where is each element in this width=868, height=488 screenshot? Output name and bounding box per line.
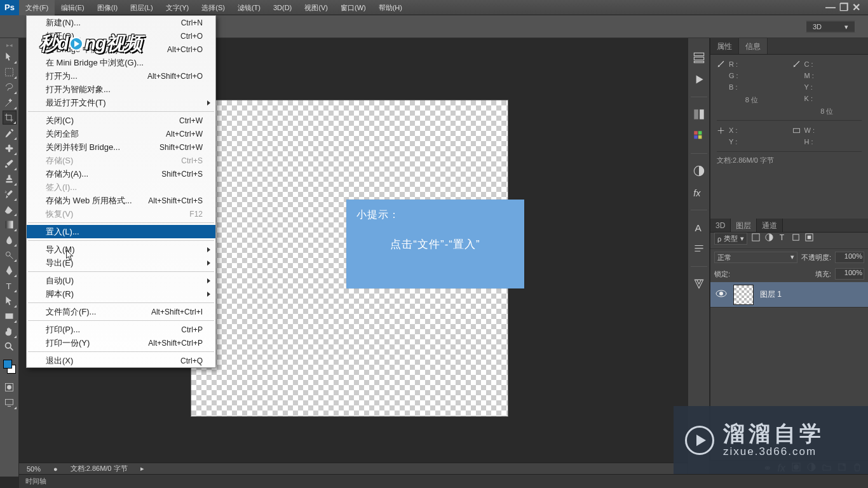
window-controls: — ❐ ✕ [811,1,868,15]
move-tool[interactable] [3,50,17,64]
brush-tool[interactable] [3,156,17,170]
eyedropper-tool[interactable] [3,126,17,140]
layer-filter-type[interactable]: ρ 类型 ▾ [714,233,747,245]
fill-field[interactable]: 100% [835,268,864,280]
file-menu-item[interactable]: 文件简介(F)...Alt+Shift+Ctrl+I [27,305,215,318]
styles-panel-icon[interactable]: fx [692,186,706,200]
file-menu-item[interactable]: 自动(U) [27,274,215,287]
file-menu-item[interactable]: 导入(M) [27,243,215,256]
char-panel-icon[interactable] [692,242,706,256]
history-panel-icon[interactable] [692,51,706,65]
menu-select[interactable]: 选择(S) [195,0,231,15]
close-icon[interactable]: ✕ [852,1,860,15]
svg-text:T: T [780,233,785,242]
eraser-tool[interactable] [3,202,17,216]
heal-tool[interactable] [3,141,17,155]
menu-bar: Ps 文件(F) 编辑(E) 图像(I) 图层(L) 文字(Y) 选择(S) 滤… [0,0,868,15]
file-menu-item[interactable]: 最近打开文件(T) [27,96,215,109]
menu-file[interactable]: 文件(F) [19,0,55,15]
file-menu-item[interactable]: 恢复(V)F12 [27,207,215,220]
file-menu-item[interactable]: 打印一份(Y)Alt+Shift+Ctrl+P [27,336,215,349]
menu-filter[interactable]: 滤镜(T) [231,0,267,15]
svg-rect-10 [6,399,13,405]
opacity-field[interactable]: 100% [835,252,864,263]
color-panel-icon[interactable] [692,107,706,121]
actions-panel-icon[interactable] [692,72,706,86]
marquee-tool[interactable] [3,65,17,79]
file-menu-item[interactable]: 存储为(A)...Shift+Ctrl+S [27,167,215,180]
zoom-tool[interactable] [3,339,17,353]
file-menu-item[interactable]: 脚本(R) [27,287,215,301]
maximize-icon[interactable]: ❐ [839,1,848,15]
hand-tool[interactable] [3,324,17,338]
file-menu-item[interactable]: 导出(E) [27,256,215,269]
history-brush-tool[interactable] [3,187,17,201]
tool-box: ▸◂ T [0,38,19,477]
svg-text:T: T [6,281,11,290]
screenmode-tool[interactable] [3,395,17,409]
blend-mode-select[interactable]: 正常▾ [714,252,797,263]
tab-properties[interactable]: 属性 [710,38,739,54]
tab-layers[interactable]: 图层 [731,219,757,232]
pen-tool[interactable] [3,263,17,277]
menu-type[interactable]: 文字(Y) [159,0,196,15]
file-menu-item[interactable]: 退出(X)Ctrl+Q [27,354,215,367]
menu-3d[interactable]: 3D(D) [267,0,298,15]
tab-info[interactable]: 信息 [739,38,768,54]
file-menu-item[interactable]: 置入(L)... [27,225,215,238]
type-tool[interactable]: T [3,278,17,292]
svg-rect-23 [793,128,799,133]
menu-view[interactable]: 视图(V) [298,0,334,15]
tab-3d[interactable]: 3D [710,219,731,232]
menu-window[interactable]: 窗口(W) [334,0,372,15]
path-select-tool[interactable] [3,294,17,308]
file-menu-item[interactable]: 关闭(C)Ctrl+W [27,114,215,127]
play-icon [69,37,83,51]
svg-rect-0 [6,68,13,76]
dodge-tool[interactable] [3,248,17,262]
swatches-panel-icon[interactable] [692,129,706,143]
filter-adjust-icon[interactable] [764,233,774,245]
file-menu-item[interactable]: 签入(I)... [27,180,215,194]
layer-item[interactable]: 图层 1 [710,282,868,308]
tab-channels[interactable]: 通道 [757,219,783,232]
menu-image[interactable]: 图像(I) [91,0,124,15]
file-menu-item[interactable]: 存储(S)Ctrl+S [27,154,215,167]
file-menu-item[interactable]: 打开为...Alt+Shift+Ctrl+O [27,69,215,83]
crop-tool[interactable] [3,111,17,125]
filter-smart-icon[interactable] [804,233,814,245]
paragraph-panel-icon[interactable]: A [692,220,706,234]
svg-text:fx: fx [693,188,701,198]
timeline-tab[interactable]: 时间轴 [19,474,868,488]
filter-pixel-icon[interactable] [751,233,761,245]
lasso-tool[interactable] [3,80,17,94]
filter-type-icon[interactable]: T [778,233,787,245]
wand-tool[interactable] [3,95,17,109]
menu-help[interactable]: 帮助(H) [372,0,409,15]
zixue-watermark: 溜溜自学 zixue.3d66.com [674,406,868,474]
gradient-tool[interactable] [3,217,17,231]
svg-rect-12 [694,57,703,60]
adjustments-panel-icon[interactable] [692,164,706,178]
svg-rect-24 [752,234,759,241]
stamp-tool[interactable] [3,172,17,186]
zoom-level[interactable]: 50% [27,465,41,473]
color-swatches[interactable] [2,358,17,375]
mode-3d-select[interactable]: 3D▾ [806,20,855,32]
file-menu-item[interactable]: 关闭全部Alt+Ctrl+W [27,127,215,140]
foreground-swatch[interactable] [3,360,12,369]
navigator-panel-icon[interactable] [692,277,706,291]
file-menu-item[interactable]: 关闭并转到 Bridge...Shift+Ctrl+W [27,140,215,154]
blur-tool[interactable] [3,233,17,247]
file-menu-item[interactable]: 存储为 Web 所用格式...Alt+Shift+Ctrl+S [27,194,215,207]
quickmask-tool[interactable] [3,380,17,394]
file-menu-item[interactable]: 打开为智能对象... [27,83,215,96]
filter-shape-icon[interactable] [791,233,801,245]
minimize-icon[interactable]: — [825,1,836,15]
rect-tool[interactable] [3,309,17,323]
menu-edit[interactable]: 编辑(E) [55,0,91,15]
visibility-icon[interactable] [715,289,727,300]
app-logo: Ps [0,0,19,15]
file-menu-item[interactable]: 打印(P)...Ctrl+P [27,323,215,336]
menu-layer[interactable]: 图层(L) [124,0,159,15]
